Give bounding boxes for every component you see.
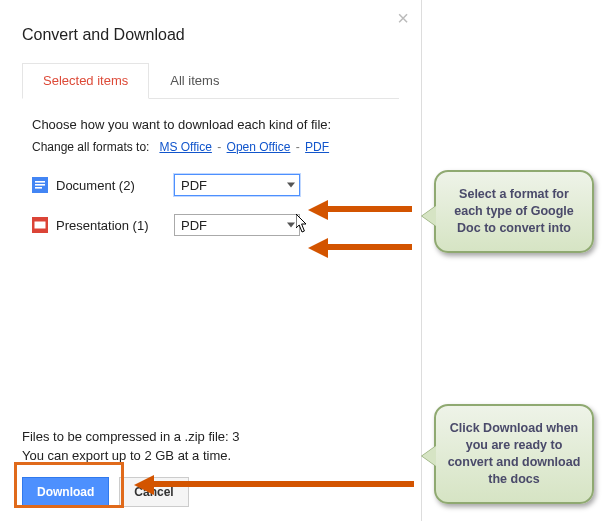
separator: -: [296, 140, 303, 154]
download-button[interactable]: Download: [22, 477, 109, 507]
format-select-value: PDF: [181, 178, 207, 193]
callout-tail-icon: [422, 206, 436, 226]
convert-download-dialog: × Convert and Download Selected items Al…: [0, 0, 422, 521]
export-limit-info: You can export up to 2 GB at a time.: [22, 448, 399, 463]
tab-selected-items[interactable]: Selected items: [22, 63, 149, 99]
svg-rect-5: [35, 222, 46, 229]
format-select-document[interactable]: PDF: [174, 174, 300, 196]
chevron-down-icon: [287, 223, 295, 228]
callout-tail-icon: [422, 446, 436, 466]
change-prefix: Change all formats to:: [32, 140, 149, 154]
separator: -: [217, 140, 224, 154]
svg-rect-2: [35, 184, 45, 186]
callout-text: Click Download when you are ready to con…: [448, 421, 581, 486]
button-row: Download Cancel: [22, 477, 399, 507]
filetype-row-document: Document (2) PDF: [32, 172, 399, 198]
dialog-title: Convert and Download: [22, 26, 399, 44]
filetype-label: Document (2): [56, 178, 174, 193]
annotation-callout-format: Select a format for each type of Google …: [434, 170, 594, 253]
annotation-callout-download: Click Download when you are ready to con…: [434, 404, 594, 504]
chevron-down-icon: [287, 183, 295, 188]
svg-rect-3: [35, 187, 42, 189]
format-select-presentation[interactable]: PDF: [174, 214, 300, 236]
filetype-label: Presentation (1): [56, 218, 174, 233]
format-select-value: PDF: [181, 218, 207, 233]
instruction-text: Choose how you want to download each kin…: [32, 117, 399, 132]
tab-all-items[interactable]: All items: [149, 63, 240, 99]
quick-format-ms-office[interactable]: MS Office: [159, 140, 211, 154]
svg-rect-1: [35, 181, 45, 183]
dialog-footer: Files to be compressed in a .zip file: 3…: [22, 425, 399, 507]
filetype-row-presentation: Presentation (1) PDF: [32, 212, 399, 238]
cancel-button[interactable]: Cancel: [119, 477, 188, 507]
tabbar: Selected items All items: [22, 62, 399, 99]
document-icon: [32, 177, 48, 193]
compress-info: Files to be compressed in a .zip file: 3: [22, 429, 399, 444]
close-icon[interactable]: ×: [397, 8, 409, 28]
change-formats-line: Change all formats to: MS Office - Open …: [32, 140, 399, 154]
quick-format-open-office[interactable]: Open Office: [227, 140, 291, 154]
quick-format-pdf[interactable]: PDF: [305, 140, 329, 154]
presentation-icon: [32, 217, 48, 233]
callout-text: Select a format for each type of Google …: [454, 187, 573, 235]
